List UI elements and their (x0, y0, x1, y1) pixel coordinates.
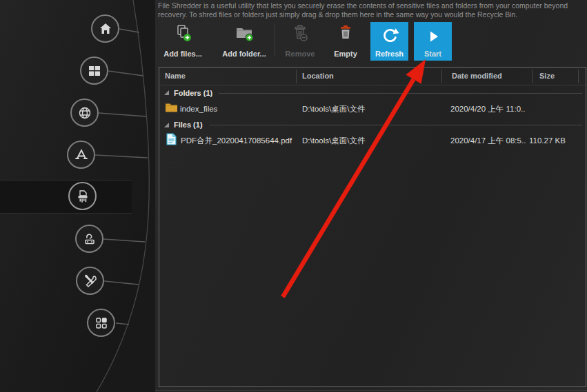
main-content: File Shredder is a useful utility that l… (155, 0, 587, 392)
file-name: index_files (180, 105, 217, 113)
toolbar-separator (275, 24, 275, 56)
remove-label: Remove (286, 50, 315, 58)
description-line-1: File Shredder is a useful utility that l… (158, 1, 587, 10)
description-line-2: recovery. To shred files or folders just… (158, 10, 587, 19)
add-folder-button[interactable]: Add folder... (219, 21, 270, 61)
pdf-file-icon (166, 133, 177, 148)
expander-icon (164, 123, 169, 127)
start-button[interactable]: Start (414, 22, 452, 61)
column-header-size[interactable]: Size (539, 72, 555, 80)
column-header-name[interactable]: Name (165, 72, 186, 80)
column-separator[interactable] (296, 70, 297, 83)
group-row-folders[interactable]: Folders (1) (159, 86, 586, 99)
tools-icon (76, 267, 104, 295)
window-bottom-edge (155, 390, 587, 391)
applications-icon (67, 141, 95, 169)
column-separator[interactable] (441, 70, 442, 83)
file-location: D:\tools\桌面\文件 (302, 104, 365, 114)
windows-icon (80, 56, 108, 85)
expander-icon (164, 90, 169, 95)
file-location: D:\tools\桌面\文件 (302, 135, 365, 145)
column-separator[interactable] (532, 70, 533, 83)
group-label: Folders (1) (174, 89, 212, 97)
group-label: Files (1) (174, 121, 203, 129)
drive-wiper-icon (75, 225, 103, 253)
empty-button[interactable]: Empty (329, 21, 362, 61)
shredder-icon (68, 182, 97, 210)
column-header-date-modified[interactable]: Date modified (452, 72, 502, 80)
sidebar: Home Windows Browsers (0, 0, 155, 392)
column-header-location[interactable]: Location (302, 72, 334, 80)
start-play-icon (423, 26, 444, 50)
app-window: Home Windows Browsers (0, 0, 587, 392)
file-name: PDF合并_20200417085644.pdf (181, 135, 292, 145)
add-files-label: Add files... (163, 50, 202, 58)
group-row-files[interactable]: Files (1) (159, 118, 586, 131)
home-icon (91, 14, 119, 43)
table-header: Name Location Date modified Size (159, 68, 586, 85)
empty-label: Empty (334, 50, 357, 58)
column-separator[interactable] (578, 70, 579, 83)
misc-grid-icon (87, 309, 115, 337)
remove-button[interactable]: Remove (282, 21, 318, 61)
folder-icon (165, 103, 178, 116)
remove-trash-icon (291, 23, 309, 45)
refresh-icon (379, 26, 400, 50)
group-divider-line (209, 125, 582, 125)
feature-description: File Shredder is a useful utility that l… (158, 1, 587, 19)
globe-icon (70, 99, 99, 127)
file-date-modified: 2020/4/17 上午 08:5.. (450, 135, 526, 145)
file-size: 110.27 KB (529, 136, 566, 145)
start-label: Start (424, 50, 441, 58)
table-row-pdf-file[interactable]: PDF合并_20200417085644.pdf D:\tools\桌面\文件 … (159, 131, 586, 149)
add-files-icon (173, 23, 192, 45)
add-folder-icon (234, 23, 255, 45)
empty-trash-icon (337, 23, 354, 45)
add-folder-label: Add folder... (222, 50, 266, 58)
table-row-index-files[interactable]: index_files D:\tools\桌面\文件 2020/4/20 上午 … (159, 99, 586, 118)
sidebar-active-highlight (0, 180, 132, 214)
file-list-panel: Name Location Date modified Size Folders… (159, 67, 586, 387)
group-divider-line (219, 93, 582, 94)
file-date-modified: 2020/4/20 上午 11:0.. (450, 104, 525, 114)
add-files-button[interactable]: Add files... (161, 21, 205, 61)
refresh-button[interactable]: Refresh (370, 22, 408, 61)
refresh-label: Refresh (375, 50, 404, 58)
